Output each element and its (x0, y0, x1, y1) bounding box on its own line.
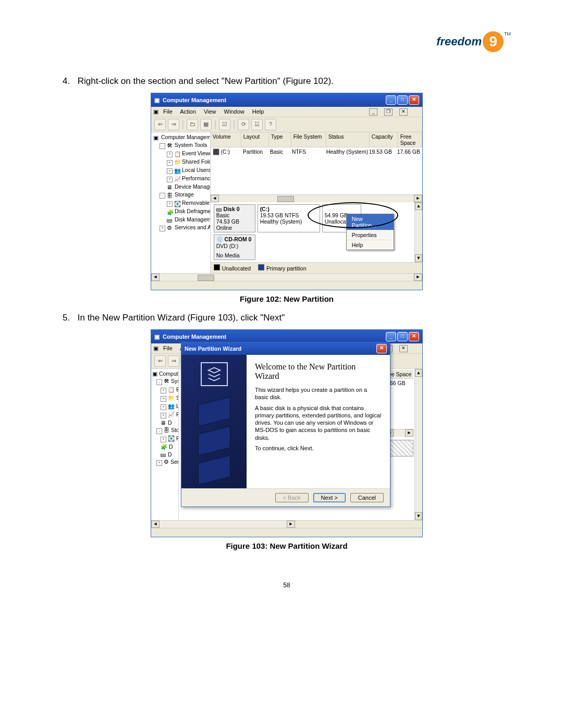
tree-systools[interactable]: System Tools (175, 142, 207, 148)
ctx-properties[interactable]: Properties (347, 230, 394, 240)
menu-file[interactable]: File (163, 108, 173, 115)
minimize-button[interactable]: _ (386, 95, 396, 105)
step-4: 4. Right-click on the section and select… (63, 76, 511, 87)
step-5-num: 5. (63, 313, 75, 323)
scroll-up-button[interactable]: ▲ (415, 202, 422, 210)
forward-button[interactable]: ⇒ (168, 119, 179, 130)
nav-tree-2[interactable]: ▣ Compute -🛠 Syste +📋 E +📁 S +👥 L +📈 P 🖥… (151, 369, 179, 520)
hdr-type[interactable]: Type (269, 132, 291, 147)
statusbar-2 (151, 528, 422, 537)
toolbar: ⇐ ⇒ 🗀 ▦ ☑ ⟳ ☳ ? (151, 117, 422, 132)
logo-text: freedom (436, 35, 482, 48)
tree-diskmgmt[interactable]: Disk Management (175, 216, 211, 223)
tree-services[interactable]: Services and Applications (175, 224, 211, 230)
tree-h-scrollbar[interactable]: ◄► (151, 273, 422, 281)
menu-help[interactable]: Help (252, 108, 264, 115)
help-button[interactable]: ? (265, 119, 276, 130)
scroll-right-button[interactable]: ► (414, 195, 422, 202)
wizard-sidebar-art (181, 355, 247, 488)
wizard-p1: This wizard helps you create a partition… (255, 386, 382, 401)
tree-perflogs[interactable]: Performance Logs and Alerts (182, 175, 211, 181)
properties-button[interactable]: ☑ (219, 119, 230, 130)
app-icon: ▣ (154, 334, 160, 340)
partition-c[interactable]: (C:) 19.53 GB NTFS Healthy (System) (258, 204, 320, 232)
hdr-cap[interactable]: Capacity (370, 132, 398, 147)
legend: Unallocated Primary partition (211, 262, 422, 273)
wizard-p2: A basic disk is a physical disk that con… (255, 404, 382, 441)
h-scrollbar[interactable]: ◄ ► (211, 194, 422, 202)
tree-sharedfolders[interactable]: Shared Folders (182, 158, 211, 165)
hdr-free[interactable]: Free Space (398, 132, 422, 147)
scroll-down-button[interactable]: ▼ (415, 254, 422, 262)
wizard-cancel-button[interactable]: Cancel (350, 493, 384, 502)
tree-defrag[interactable]: Disk Defragmenter (175, 208, 211, 214)
logo-nine: 9 (483, 31, 504, 52)
step-5-text: In the New Partition Wizard (Figure 103)… (78, 313, 285, 323)
unallocated-clip (387, 440, 413, 456)
tree-removable[interactable]: Removable Storage (182, 200, 211, 206)
v-scrollbar[interactable]: ▲ ▼ (414, 202, 422, 262)
app-icon: ▣ (154, 97, 160, 104)
minimize-button[interactable]: _ (386, 332, 396, 341)
maximize-button[interactable]: □ (397, 95, 408, 105)
wizard-back-button: < Back (275, 493, 309, 502)
hdr-status[interactable]: Status (326, 132, 370, 147)
tree-h-scrollbar-2[interactable]: ◄► (151, 520, 422, 528)
step-4-num: 4. (63, 76, 75, 87)
hdr-volume[interactable]: Volume (211, 132, 241, 147)
tree-root[interactable]: Computer Management (Local) (161, 134, 211, 140)
nav-tree[interactable]: ▣Computer Management (Local) -🛠System To… (151, 132, 211, 273)
back-button[interactable]: ⇐ (154, 119, 166, 130)
v-scrollbar-2[interactable]: ▲▼ (414, 369, 422, 520)
tree-devicemgr[interactable]: Device Manager (175, 183, 211, 190)
menu-view[interactable]: View (204, 108, 216, 115)
menubar: ▣ File Action View Window Help _ ❐ ✕ (151, 107, 422, 117)
table-row: ⬛ (C:) Partition Basic NTFS Healthy (Sys… (211, 147, 422, 156)
titlebar: ▣ Computer Management _ □ ✕ (151, 93, 422, 107)
wizard-dialog: New Partition Wizard ✕ (181, 342, 390, 507)
close-button[interactable]: ✕ (409, 332, 419, 341)
settings-button[interactable]: ☳ (251, 119, 263, 130)
forward-button[interactable]: ⇒ (168, 355, 179, 367)
menu-action[interactable]: Action (180, 108, 196, 115)
scroll-left-button[interactable]: ◄ (211, 195, 219, 202)
mdi-close-button[interactable]: ✕ (399, 108, 408, 116)
hdr-fs[interactable]: File System (291, 132, 326, 147)
wizard-close-button[interactable]: ✕ (376, 344, 387, 353)
tree-storage[interactable]: Storage (175, 191, 194, 198)
page-number: 58 (63, 582, 511, 589)
context-menu: New Partition... Properties Help (346, 214, 394, 250)
volume-header: Volume Layout Type File System Status Ca… (211, 132, 422, 147)
scroll-thumb[interactable] (277, 196, 294, 202)
ctx-new-partition[interactable]: New Partition... (347, 214, 394, 230)
mdi-min-button[interactable]: _ (369, 108, 377, 116)
views-button[interactable]: ▦ (200, 119, 212, 130)
disk-map[interactable]: 🖴 Disk 0 Basic 74.53 GB Online (C:) 19.5… (211, 202, 414, 262)
ctx-help[interactable]: Help (347, 240, 394, 250)
disk0-info[interactable]: 🖴 Disk 0 Basic 74.53 GB Online (214, 204, 255, 232)
hdr-layout[interactable]: Layout (241, 132, 269, 147)
fig102-window: ▣ Computer Management _ □ ✕ ▣ File Actio… (151, 93, 423, 290)
close-button[interactable]: ✕ (409, 95, 419, 105)
vol-right-clip: ee Space .66 GB ◄► (386, 369, 414, 520)
wizard-p3: To continue, click Next. (255, 445, 382, 452)
tree-eventviewer[interactable]: Event Viewer (182, 150, 211, 156)
statusbar (151, 281, 422, 290)
up-button[interactable]: 🗀 (187, 119, 198, 130)
mdi-restore-button[interactable]: ❐ (384, 108, 393, 116)
volume-list[interactable]: ⬛ (C:) Partition Basic NTFS Healthy (Sys… (211, 147, 422, 194)
wizard-title: New Partition Wizard (185, 346, 241, 352)
menu-window[interactable]: Window (224, 108, 244, 115)
stack-icon (201, 362, 228, 386)
menu-file[interactable]: File (163, 345, 173, 351)
wizard-next-button[interactable]: Next > (313, 493, 346, 502)
figure-103-caption: Figure 103: New Partition Wizard (63, 541, 511, 550)
tree-localusers[interactable]: Local Users and Groups (182, 167, 211, 173)
back-button[interactable]: ⇐ (154, 355, 166, 367)
logo-tm: TM (504, 31, 511, 36)
refresh-button[interactable]: ⟳ (238, 119, 249, 130)
cdrom-info[interactable]: 💿 CD-ROM 0 DVD (D:) No Media (214, 235, 255, 260)
window-title-2: Computer Management (163, 334, 226, 340)
mdi-close-button[interactable]: ✕ (399, 345, 408, 352)
maximize-button[interactable]: □ (397, 332, 408, 341)
